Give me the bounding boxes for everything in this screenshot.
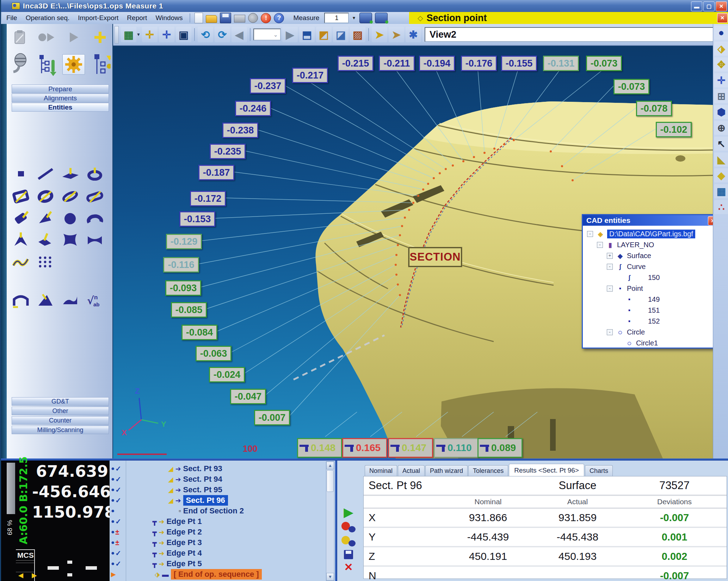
- phase-button-alignments[interactable]: Alignments: [12, 94, 109, 102]
- probe-move-icon[interactable]: [375, 13, 388, 23]
- measure-dropdown-icon[interactable]: ▼: [352, 15, 356, 20]
- category-button-other[interactable]: Other: [12, 407, 109, 415]
- run-measure-icon[interactable]: ▶: [344, 506, 353, 518]
- deviation-label[interactable]: -0.172: [190, 191, 226, 206]
- cone-tool-icon[interactable]: ◣: [714, 152, 728, 167]
- vertex-entity-icon[interactable]: [34, 230, 57, 249]
- deviation-label[interactable]: -0.176: [461, 56, 497, 71]
- corner-entity-icon[interactable]: [10, 230, 32, 249]
- view-selector-combo[interactable]: View2 ⌄: [425, 27, 728, 42]
- bridge-entity-icon[interactable]: [10, 291, 32, 309]
- center-view-icon[interactable]: ⊕: [714, 121, 728, 135]
- edge-deviation-flag[interactable]: 0.089: [477, 438, 523, 458]
- view-number-combo[interactable]: ⌄: [253, 29, 281, 40]
- dro-scrollbar[interactable]: [7, 463, 15, 514]
- add-point-icon[interactable]: [89, 27, 111, 47]
- stop-info-icon[interactable]: !: [261, 13, 271, 23]
- tree-expander-icon[interactable]: -: [597, 242, 603, 248]
- screen-tool-icon[interactable]: ▦: [714, 184, 728, 198]
- print-icon[interactable]: [234, 15, 245, 23]
- view-prev-icon[interactable]: ◀: [232, 27, 247, 42]
- cone-entity-icon[interactable]: [34, 208, 57, 227]
- menu-windows[interactable]: Windows: [155, 14, 183, 22]
- probe-icon[interactable]: [9, 55, 31, 74]
- open-folder-icon[interactable]: [206, 15, 217, 23]
- deviation-label[interactable]: -0.217: [292, 68, 328, 83]
- tree-expander-icon[interactable]: -: [607, 286, 613, 292]
- tree-expander-icon[interactable]: -: [607, 329, 613, 335]
- edge-deviation-flag[interactable]: 0.147: [388, 438, 433, 458]
- operation-tree-item[interactable]: Edge Pt 4: [166, 549, 202, 558]
- cad-tree-item[interactable]: Surface: [627, 252, 651, 260]
- cad-tree-item[interactable]: 151: [648, 306, 660, 314]
- capture-icon[interactable]: ⬒: [299, 27, 315, 42]
- patch-entity-icon[interactable]: [59, 291, 81, 309]
- tree-scrollbar[interactable]: ▲ ▼: [326, 461, 334, 581]
- deviation-label[interactable]: -0.084: [181, 325, 217, 340]
- machine-view-icon[interactable]: ▣: [176, 27, 191, 42]
- chevron-down-icon[interactable]: ▼: [136, 32, 141, 37]
- cad-tree-item[interactable]: 152: [648, 317, 660, 325]
- add-cad-label-icon[interactable]: ✛: [159, 27, 174, 42]
- operation-tree-item[interactable]: End of Section 2: [183, 506, 244, 516]
- tree-expander-icon[interactable]: -: [587, 231, 593, 237]
- measure-run-icon[interactable]: [36, 27, 57, 47]
- fly-to-icon[interactable]: ➤: [372, 27, 387, 42]
- coordinate-system-label[interactable]: MCS: [16, 549, 35, 561]
- cad-tree-item[interactable]: 149: [648, 295, 660, 304]
- surface-tool-icon[interactable]: ◆: [714, 168, 728, 182]
- phase-button-prepare[interactable]: Prepare: [12, 85, 109, 93]
- pan-view-icon[interactable]: ➤: [389, 27, 404, 42]
- deviation-label[interactable]: -0.116: [163, 257, 199, 273]
- edge-deviation-flag[interactable]: 0.165: [342, 438, 387, 458]
- saddle-entity-icon[interactable]: [84, 230, 106, 249]
- deviation-label[interactable]: -0.131: [543, 56, 579, 71]
- probe-go-icon[interactable]: [359, 13, 372, 23]
- cad-tree-item[interactable]: Circle: [627, 328, 645, 336]
- cad-tree-item[interactable]: Circle1: [636, 339, 658, 347]
- tab-nominal[interactable]: Nominal: [365, 465, 397, 476]
- deviation-label[interactable]: -0.129: [166, 234, 202, 249]
- star-entity-icon[interactable]: [59, 230, 81, 249]
- deviation-label[interactable]: -0.237: [250, 78, 286, 94]
- menu-report[interactable]: Report: [127, 14, 147, 22]
- deviation-label[interactable]: -0.238: [222, 123, 258, 138]
- formula-entity-icon[interactable]: √nab: [84, 291, 106, 309]
- operation-tree-item[interactable]: Sect. Pt 95: [183, 485, 222, 494]
- scroll-up-icon[interactable]: ▲: [326, 462, 334, 469]
- deviation-label[interactable]: -0.078: [636, 101, 672, 116]
- texture-icon[interactable]: ▨: [350, 27, 365, 42]
- cad-tree-item[interactable]: D:\Data\CAD\GPart.igs.bgf: [607, 230, 695, 238]
- category-button-milling[interactable]: Milling/Scanning: [12, 426, 109, 434]
- slot-entity-icon[interactable]: [84, 187, 106, 205]
- render-mode-icon[interactable]: ◩: [316, 27, 332, 42]
- tab-tolerances[interactable]: Tolerances: [468, 465, 508, 476]
- entities-mode-icon[interactable]: [62, 54, 85, 75]
- deviation-label[interactable]: -0.211: [379, 56, 415, 71]
- deviation-label[interactable]: -0.215: [338, 56, 374, 71]
- display-mode-icon[interactable]: ▦: [121, 27, 136, 42]
- deviation-label[interactable]: -0.155: [501, 56, 537, 71]
- cad-window-titlebar[interactable]: CAD entities ✕: [583, 215, 713, 226]
- probe-status-icon[interactable]: [248, 13, 258, 23]
- operation-tree-item[interactable]: Edge Pt 2: [166, 527, 202, 537]
- operation-tree-item[interactable]: Edge Pt 1: [166, 517, 202, 526]
- operation-tree-item[interactable]: Sect. Pt 96: [183, 495, 228, 506]
- help-icon[interactable]: ?: [274, 13, 284, 23]
- tree-expander-icon[interactable]: +: [607, 253, 613, 259]
- ellipse-entity-icon[interactable]: [59, 187, 81, 205]
- toolbar-handle[interactable]: [115, 26, 119, 44]
- mesh-entity-icon[interactable]: [34, 252, 57, 270]
- deviation-label[interactable]: -0.073: [586, 56, 622, 71]
- pick-add-icon[interactable]: ✛: [714, 73, 728, 87]
- plane-entity-icon[interactable]: [59, 165, 81, 183]
- deviation-label[interactable]: -0.073: [613, 79, 649, 94]
- dro-nav-arrows[interactable]: ◄ ►: [17, 570, 40, 580]
- points-display-icon[interactable]: ∴: [714, 200, 728, 214]
- deviation-label[interactable]: -0.024: [209, 367, 245, 382]
- deviation-label[interactable]: -0.194: [419, 56, 455, 71]
- cad-tree-item[interactable]: Curve: [627, 263, 646, 271]
- deviation-label[interactable]: -0.047: [230, 389, 266, 404]
- measure-number-combo[interactable]: 1: [324, 13, 349, 23]
- sphere-entity-icon[interactable]: [59, 208, 81, 227]
